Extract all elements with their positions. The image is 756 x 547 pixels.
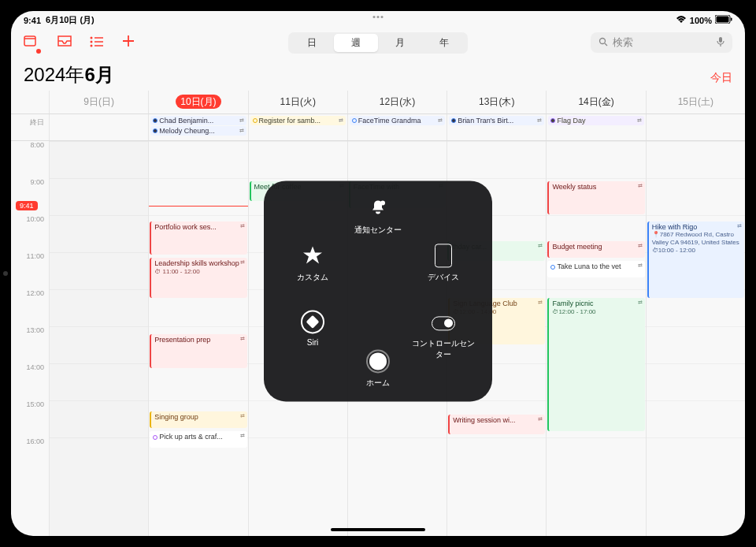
at-device[interactable]: デバイス bbox=[412, 242, 475, 283]
calendar-event[interactable]: Pick up arts & craf...⇄ bbox=[150, 431, 246, 448]
day-header[interactable]: 14日(金) bbox=[546, 91, 645, 113]
allday-event[interactable]: Register for samb...⇄ bbox=[250, 116, 346, 125]
day-column[interactable]: Weekly status⇄Budget meeting⇄Take Luna t… bbox=[546, 141, 645, 536]
hour-label: 11:00 bbox=[11, 252, 49, 289]
toggle-icon bbox=[430, 308, 457, 335]
day-column[interactable]: Hike with Rigo📍7867 Redwood Rd, Castro V… bbox=[646, 141, 745, 536]
segment-year[interactable]: 年 bbox=[422, 34, 466, 52]
allday-event[interactable]: Melody Cheung...⇄ bbox=[150, 126, 246, 136]
segment-month[interactable]: 月 bbox=[378, 34, 422, 52]
device-icon bbox=[430, 242, 457, 269]
allday-cell[interactable] bbox=[646, 114, 745, 140]
segment-week[interactable]: 週 bbox=[334, 34, 378, 52]
at-siri-label: Siri bbox=[281, 338, 344, 347]
calendar-event[interactable]: Writing session wi...⇄ bbox=[448, 415, 545, 434]
status-bar: 9:41 6月10日 (月) 100% bbox=[11, 11, 745, 28]
at-notification-center[interactable]: 通知センター bbox=[346, 195, 410, 236]
status-time: 9:41 bbox=[24, 16, 41, 25]
calendar-settings-icon[interactable] bbox=[24, 34, 39, 52]
segment-day[interactable]: 日 bbox=[290, 34, 334, 52]
search-placeholder: 検索 bbox=[613, 35, 633, 50]
calendar-event[interactable]: Portfolio work ses...⇄ bbox=[150, 221, 246, 255]
calendar-event[interactable]: Budget meeting⇄ bbox=[547, 241, 644, 258]
day-header[interactable]: 9日(日) bbox=[49, 91, 148, 113]
search-icon bbox=[598, 37, 608, 49]
at-device-label: デバイス bbox=[412, 272, 475, 283]
hour-label: 15:00 bbox=[11, 400, 49, 437]
toolbar: 日 週 月 年 検索 bbox=[11, 28, 745, 58]
calendar-event[interactable]: Presentation prep⇄ bbox=[150, 334, 246, 367]
day-header[interactable]: 13日(木) bbox=[447, 91, 546, 113]
calendar-event[interactable]: Weekly status⇄ bbox=[547, 181, 644, 214]
add-event-icon[interactable] bbox=[121, 34, 135, 52]
allday-event[interactable]: Flag Day⇄ bbox=[548, 116, 643, 125]
svg-rect-1 bbox=[717, 17, 729, 23]
day-header[interactable]: 12日(水) bbox=[347, 91, 447, 113]
month-label: 6月 bbox=[84, 64, 113, 85]
allday-cell[interactable] bbox=[49, 114, 148, 140]
month-header: 2024年6月 今日 bbox=[11, 58, 745, 91]
assistivetouch-menu: 通知センター カスタム デバイス Siri コントロールセンター bbox=[264, 180, 492, 401]
allday-cell[interactable]: Register for samb...⇄ bbox=[248, 114, 347, 140]
day-header[interactable]: 11日(火) bbox=[248, 91, 347, 113]
star-icon bbox=[299, 242, 326, 269]
day-header[interactable]: 15日(土) bbox=[646, 91, 745, 113]
allday-cell[interactable]: Flag Day⇄ bbox=[546, 114, 645, 140]
ipad-frame: 9:41 6月10日 (月) 100% bbox=[0, 0, 756, 547]
hour-label: 16:00 bbox=[11, 437, 49, 474]
svg-rect-2 bbox=[731, 18, 732, 21]
calendar-event[interactable]: Singing group⇄ bbox=[150, 411, 246, 428]
at-home-label: ホーム bbox=[346, 378, 410, 389]
hour-label: 8:00 bbox=[11, 141, 49, 178]
day-column[interactable]: Portfolio work ses...⇄Leadership skills … bbox=[148, 141, 247, 536]
screen: 9:41 6月10日 (月) 100% bbox=[11, 11, 745, 536]
allday-cell[interactable]: FaceTime Grandma⇄ bbox=[347, 114, 447, 140]
time-column: 8:009:0010:0011:0012:0013:0014:0015:0016… bbox=[11, 141, 49, 536]
year-label: 2024年 bbox=[24, 64, 84, 85]
calendar-event[interactable]: Take Luna to the vet⇄ bbox=[547, 261, 644, 277]
wifi-icon bbox=[676, 16, 687, 25]
at-control-center[interactable]: コントロールセンター bbox=[412, 308, 475, 360]
mic-icon[interactable] bbox=[717, 36, 724, 50]
view-segmented-control: 日 週 月 年 bbox=[288, 32, 468, 54]
day-column[interactable] bbox=[49, 141, 148, 536]
home-indicator[interactable] bbox=[331, 528, 425, 531]
home-icon bbox=[365, 348, 391, 374]
calendar-event[interactable]: Hike with Rigo📍7867 Redwood Rd, Castro V… bbox=[647, 221, 744, 298]
inbox-icon[interactable] bbox=[57, 35, 72, 51]
svg-point-5 bbox=[91, 36, 93, 39]
allday-event[interactable]: Chad Benjamin...⇄ bbox=[150, 116, 246, 125]
allday-cell[interactable]: Brian Tran's Birt...⇄ bbox=[447, 114, 546, 140]
svg-rect-3 bbox=[24, 36, 35, 46]
allday-row: 終日 Chad Benjamin...⇄Melody Cheung...⇄Reg… bbox=[11, 114, 745, 141]
status-date: 6月10日 (月) bbox=[46, 14, 94, 26]
allday-label: 終日 bbox=[11, 114, 49, 140]
at-home[interactable]: ホーム bbox=[346, 348, 410, 389]
hour-label: 10:00 bbox=[11, 215, 49, 252]
page-title: 2024年6月 bbox=[24, 62, 114, 87]
camera-dot bbox=[3, 271, 8, 276]
at-siri[interactable]: Siri bbox=[281, 308, 344, 347]
svg-point-17 bbox=[380, 200, 385, 205]
at-custom-label: カスタム bbox=[281, 272, 344, 283]
day-header-row: 9日(日)10日(月)11日(火)12日(水)13日(木)14日(金)15日(土… bbox=[11, 91, 745, 114]
svg-point-13 bbox=[600, 38, 606, 43]
at-custom[interactable]: カスタム bbox=[281, 242, 344, 283]
calendar-event[interactable]: Leadership skills workshop⏱ 11:00 - 12:0… bbox=[150, 258, 246, 298]
search-input[interactable]: 検索 bbox=[591, 32, 732, 53]
allday-event[interactable]: FaceTime Grandma⇄ bbox=[350, 116, 445, 125]
allday-event[interactable]: Brian Tran's Birt...⇄ bbox=[449, 116, 544, 125]
today-button[interactable]: 今日 bbox=[710, 71, 732, 85]
svg-point-7 bbox=[91, 40, 93, 43]
bell-icon bbox=[365, 195, 391, 221]
hour-label: 13:00 bbox=[11, 326, 49, 363]
now-time-badge: 9:41 bbox=[16, 201, 38, 210]
calendar-event[interactable]: Family picnic⏱12:00 - 17:00⇄ bbox=[547, 298, 644, 431]
svg-point-9 bbox=[91, 44, 93, 47]
day-header[interactable]: 10日(月) bbox=[148, 91, 247, 113]
svg-rect-15 bbox=[719, 37, 722, 43]
multitask-dots-icon[interactable] bbox=[373, 16, 384, 18]
siri-icon bbox=[299, 308, 326, 335]
allday-cell[interactable]: Chad Benjamin...⇄Melody Cheung...⇄ bbox=[148, 114, 247, 140]
list-icon[interactable] bbox=[90, 35, 104, 51]
